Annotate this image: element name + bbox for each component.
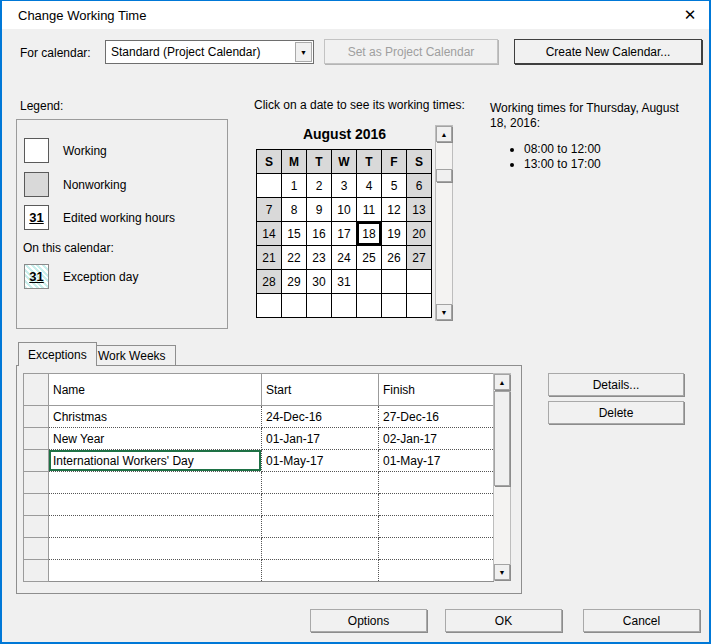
- create-new-calendar-button[interactable]: Create New Calendar...: [514, 39, 702, 64]
- column-header-start: Start: [262, 374, 379, 406]
- calendar-week-row: [257, 294, 432, 318]
- row-selector[interactable]: [24, 406, 49, 428]
- exception-finish-cell[interactable]: [379, 560, 494, 582]
- calendar-day-cell[interactable]: 18: [357, 222, 382, 246]
- calendar-scrollbar-thumb[interactable]: [436, 169, 452, 182]
- calendar-day-cell[interactable]: 20: [407, 222, 432, 246]
- calendar-day-cell[interactable]: 1: [282, 174, 307, 198]
- exceptions-header-row: Name Start Finish: [24, 374, 494, 406]
- exception-start-cell[interactable]: 01-Jan-17: [262, 428, 379, 450]
- exception-name-cell[interactable]: Christmas: [49, 406, 262, 428]
- exception-start-cell[interactable]: [262, 494, 379, 516]
- exception-start-cell[interactable]: [262, 560, 379, 582]
- exception-name-cell[interactable]: [49, 516, 262, 538]
- exception-start-cell[interactable]: [262, 516, 379, 538]
- calendar-day-cell[interactable]: 4: [357, 174, 382, 198]
- cancel-button[interactable]: Cancel: [583, 609, 700, 632]
- options-button[interactable]: Options: [310, 609, 427, 632]
- exception-finish-cell[interactable]: [379, 516, 494, 538]
- calendar-day-cell[interactable]: 21: [257, 246, 282, 270]
- exception-finish-cell[interactable]: [379, 472, 494, 494]
- calendar-day-cell[interactable]: 13: [407, 198, 432, 222]
- calendar-dropdown[interactable]: Standard (Project Calendar) ▼: [105, 40, 314, 64]
- exception-name-cell[interactable]: [49, 494, 262, 516]
- legend-item-exception: 31 Exception day: [24, 264, 138, 289]
- calendar-day-cell[interactable]: 6: [407, 174, 432, 198]
- row-selector[interactable]: [24, 494, 49, 516]
- calendar-day-cell[interactable]: 16: [307, 222, 332, 246]
- calendar-week-row: 28293031: [257, 270, 432, 294]
- exceptions-scroll-up-button[interactable]: ▲: [494, 374, 510, 390]
- calendar-day-cell[interactable]: 5: [382, 174, 407, 198]
- exception-finish-cell[interactable]: [379, 494, 494, 516]
- row-selector[interactable]: [24, 472, 49, 494]
- exceptions-scrollbar[interactable]: ▲ ▼: [493, 373, 511, 581]
- row-selector[interactable]: [24, 538, 49, 560]
- exceptions-scroll-down-button[interactable]: ▼: [494, 564, 510, 580]
- chevron-down-icon[interactable]: ▼: [295, 42, 312, 62]
- scroll-up-icon: ▲: [499, 379, 506, 386]
- exception-start-cell[interactable]: [262, 538, 379, 560]
- exception-finish-cell[interactable]: 02-Jan-17: [379, 428, 494, 450]
- working-times-heading: Working times for Thursday, August 18, 2…: [490, 101, 695, 131]
- ok-button[interactable]: OK: [445, 609, 562, 632]
- calendar-day-cell[interactable]: 29: [282, 270, 307, 294]
- exception-name-cell[interactable]: [49, 560, 262, 582]
- calendar-day-cell[interactable]: 28: [257, 270, 282, 294]
- exception-start-cell[interactable]: 24-Dec-16: [262, 406, 379, 428]
- calendar-day-cell[interactable]: 25: [357, 246, 382, 270]
- calendar-empty-cell: [282, 294, 307, 318]
- calendar-day-cell[interactable]: 26: [382, 246, 407, 270]
- row-selector[interactable]: [24, 450, 49, 472]
- details-button[interactable]: Details...: [548, 373, 684, 396]
- calendar-day-cell[interactable]: 8: [282, 198, 307, 222]
- calendar-empty-cell: [407, 294, 432, 318]
- calendar-day-cell[interactable]: 11: [357, 198, 382, 222]
- delete-button[interactable]: Delete: [548, 401, 684, 424]
- calendar-scrollbar[interactable]: ▲ ▼: [435, 125, 453, 321]
- calendar-day-cell[interactable]: 9: [307, 198, 332, 222]
- exceptions-table-body: Christmas24-Dec-1627-Dec-16New Year01-Ja…: [24, 406, 494, 582]
- calendar-day-header: F: [382, 150, 407, 174]
- exception-empty-row: [24, 560, 494, 582]
- row-selector[interactable]: [24, 516, 49, 538]
- row-selector[interactable]: [24, 560, 49, 582]
- set-as-project-calendar-button[interactable]: Set as Project Calendar: [324, 39, 498, 64]
- exception-finish-cell[interactable]: [379, 538, 494, 560]
- calendar-day-cell[interactable]: 24: [332, 246, 357, 270]
- calendar-day-cell[interactable]: 22: [282, 246, 307, 270]
- exception-empty-row: [24, 494, 494, 516]
- exception-finish-cell[interactable]: 01-May-17: [379, 450, 494, 472]
- calendar-day-cell[interactable]: 10: [332, 198, 357, 222]
- exception-start-cell[interactable]: [262, 472, 379, 494]
- calendar-day-cell[interactable]: 12: [382, 198, 407, 222]
- calendar-day-header: W: [332, 150, 357, 174]
- calendar-day-cell[interactable]: 3: [332, 174, 357, 198]
- legend-title: Legend:: [20, 99, 63, 113]
- calendar-day-cell[interactable]: 19: [382, 222, 407, 246]
- exception-name-cell[interactable]: New Year: [49, 428, 262, 450]
- nonworking-swatch: [24, 172, 49, 197]
- calendar-day-cell[interactable]: 30: [307, 270, 332, 294]
- calendar-day-cell[interactable]: 15: [282, 222, 307, 246]
- exception-name-cell[interactable]: International Workers' Day: [49, 450, 262, 472]
- calendar-day-cell[interactable]: 27: [407, 246, 432, 270]
- exception-finish-cell[interactable]: 27-Dec-16: [379, 406, 494, 428]
- calendar-day-cell[interactable]: 2: [307, 174, 332, 198]
- exception-name-cell[interactable]: [49, 472, 262, 494]
- exception-start-cell[interactable]: 01-May-17: [262, 450, 379, 472]
- exceptions-scrollbar-thumb[interactable]: [494, 391, 510, 486]
- calendar-day-cell[interactable]: 31: [332, 270, 357, 294]
- calendar-scroll-up-button[interactable]: ▲: [436, 126, 452, 142]
- tab-exceptions[interactable]: Exceptions: [18, 342, 97, 366]
- row-selector[interactable]: [24, 428, 49, 450]
- calendar-day-cell[interactable]: 17: [332, 222, 357, 246]
- exception-name-cell[interactable]: [49, 538, 262, 560]
- calendar-day-cell[interactable]: 14: [257, 222, 282, 246]
- exception-day-label: Exception day: [63, 270, 138, 284]
- tab-work-weeks[interactable]: Work Weeks: [88, 345, 176, 366]
- close-icon[interactable]: ✕: [680, 5, 700, 25]
- calendar-day-cell[interactable]: 23: [307, 246, 332, 270]
- calendar-day-cell[interactable]: 7: [257, 198, 282, 222]
- calendar-scroll-down-button[interactable]: ▼: [436, 304, 452, 320]
